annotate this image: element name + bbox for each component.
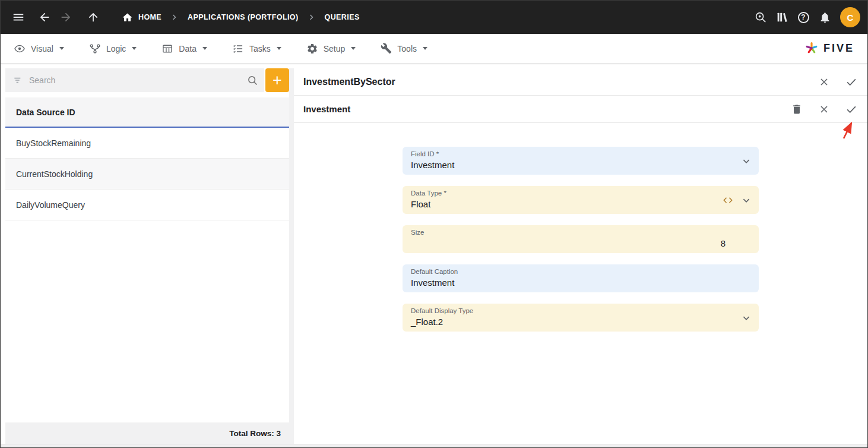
menu-logic-label: Logic <box>106 44 126 53</box>
search-icon[interactable] <box>246 74 258 86</box>
breadcrumb-applications-label: APPLICATIONS (PORTFOLIO) <box>188 13 298 21</box>
menu-tools-label: Tools <box>397 44 417 53</box>
app-window: HOME APPLICATIONS (PORTFOLIO) QUERIES <box>0 0 868 448</box>
field-value: _Float.2 <box>411 317 750 327</box>
library-icon[interactable] <box>771 7 793 28</box>
default-caption-field[interactable]: Default Caption Investment <box>403 264 759 292</box>
caret-down-icon <box>59 47 64 50</box>
plus-icon: + <box>273 72 282 89</box>
search-input[interactable] <box>29 75 242 85</box>
list-item[interactable]: CurrentStockHolding <box>5 159 289 190</box>
chevron-down-icon[interactable] <box>740 311 753 324</box>
search-field[interactable] <box>5 68 264 92</box>
save-check-icon[interactable] <box>845 103 858 116</box>
record-form: Field ID * Investment Data Type * Float <box>294 147 867 332</box>
breadcrumb-queries-label: QUERIES <box>325 13 360 21</box>
data-source-list: Data Source ID BuyStockRemaining Current… <box>5 97 289 444</box>
brand-text: FIVE <box>823 42 854 55</box>
default-display-type-field[interactable]: Default Display Type _Float.2 <box>403 304 759 332</box>
menu-setup[interactable]: Setup <box>294 34 369 63</box>
search-bar: + <box>5 68 289 92</box>
notifications-icon[interactable] <box>814 7 835 28</box>
code-brackets-icon[interactable] <box>722 194 734 206</box>
menu-tools[interactable]: Tools <box>368 34 440 63</box>
back-arrow-icon[interactable] <box>34 7 55 28</box>
field-value: Investment <box>411 160 750 171</box>
field-id-field[interactable]: Field ID * Investment <box>403 147 759 175</box>
list-footer: Total Rows: 3 <box>5 422 289 444</box>
user-avatar[interactable]: C <box>840 7 860 27</box>
wrench-icon <box>381 43 392 54</box>
breadcrumb-applications[interactable]: APPLICATIONS (PORTFOLIO) <box>188 13 298 21</box>
avatar-letter: C <box>847 12 854 23</box>
main-panel: InvestmentBySector Investment <box>294 64 867 444</box>
field-value: Investment <box>411 277 750 288</box>
record-header-actions <box>790 103 858 116</box>
table-icon <box>161 43 173 55</box>
menu-tasks[interactable]: Tasks <box>220 34 294 63</box>
field-label: Data Type * <box>411 190 750 197</box>
five-logo-icon <box>804 40 819 57</box>
content-area: + Data Source ID BuyStockRemaining Curre… <box>1 64 867 444</box>
record-title: Investment <box>303 104 350 114</box>
gear-icon <box>306 43 318 55</box>
field-label: Default Display Type <box>411 307 750 315</box>
field-label: Size <box>411 229 750 236</box>
preview-icon[interactable] <box>750 7 771 28</box>
menu-data[interactable]: Data <box>149 34 220 63</box>
help-icon[interactable]: ? <box>793 7 814 28</box>
five-brand: FIVE <box>804 40 854 57</box>
total-rows-label: Total Rows: 3 <box>229 429 281 438</box>
field-label: Field ID * <box>411 150 750 158</box>
delete-icon[interactable] <box>790 103 803 116</box>
list-item[interactable]: BuyStockRemaining <box>5 128 289 159</box>
left-panel: + Data Source ID BuyStockRemaining Curre… <box>5 64 289 444</box>
size-field[interactable]: Size 8 <box>403 225 759 253</box>
horizontal-scrollbar[interactable] <box>1 444 867 447</box>
flow-icon <box>89 43 101 55</box>
query-header: InvestmentBySector <box>294 68 867 96</box>
close-icon[interactable] <box>818 103 831 116</box>
menu-visual[interactable]: Visual <box>9 34 77 63</box>
save-check-icon[interactable] <box>845 75 858 89</box>
list-item-label: BuyStockRemaining <box>16 138 91 148</box>
query-title: InvestmentBySector <box>303 77 395 87</box>
close-icon[interactable] <box>818 75 831 89</box>
menu-logic[interactable]: Logic <box>77 34 149 63</box>
chevron-right-icon <box>169 12 180 23</box>
chevron-down-icon[interactable] <box>740 194 753 207</box>
breadcrumb-home-label: HOME <box>138 13 161 21</box>
list-column-header[interactable]: Data Source ID <box>5 97 289 128</box>
list-item-label: CurrentStockHolding <box>16 169 93 179</box>
up-arrow-icon[interactable] <box>83 7 104 28</box>
chevron-right-icon <box>306 12 317 23</box>
breadcrumb-queries[interactable]: QUERIES <box>325 13 360 21</box>
home-icon <box>122 12 133 23</box>
caret-down-icon <box>132 47 137 50</box>
breadcrumb-home[interactable]: HOME <box>122 12 161 23</box>
data-type-field[interactable]: Data Type * Float <box>403 186 759 214</box>
field-label: Default Caption <box>411 268 750 276</box>
menu-tasks-label: Tasks <box>249 44 271 53</box>
query-header-actions <box>818 75 858 89</box>
vertical-scrollbar[interactable] <box>289 68 294 444</box>
chevron-down-icon[interactable] <box>740 154 753 168</box>
field-value: Float <box>411 199 750 210</box>
caret-down-icon <box>423 47 427 50</box>
hamburger-menu-icon[interactable] <box>8 7 29 28</box>
list-item[interactable]: DailyVolumeQuery <box>5 190 289 220</box>
caret-down-icon <box>351 47 356 50</box>
menu-setup-label: Setup <box>324 44 346 53</box>
record-header: Investment <box>294 96 867 123</box>
forward-arrow-icon[interactable] <box>55 7 77 28</box>
caret-down-icon <box>277 47 281 50</box>
eye-icon <box>14 43 26 55</box>
filter-icon[interactable] <box>12 74 24 86</box>
list-empty-space <box>5 220 289 422</box>
menubar: Visual Logic Data Tasks <box>1 34 867 64</box>
caret-down-icon <box>202 47 207 50</box>
list-column-header-label: Data Source ID <box>16 108 75 117</box>
checklist-icon <box>232 43 244 55</box>
list-rows: BuyStockRemaining CurrentStockHolding Da… <box>5 128 289 220</box>
add-record-button[interactable]: + <box>265 68 289 92</box>
